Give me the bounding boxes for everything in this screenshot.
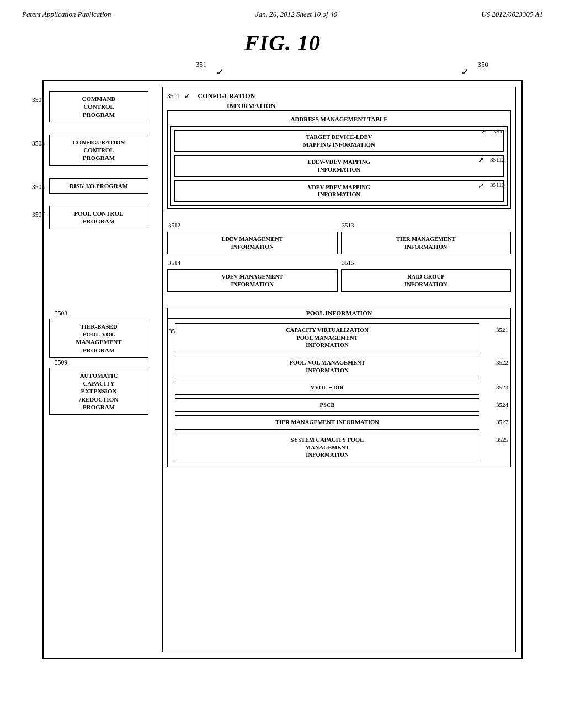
ldev-vdev-label: LDEV-VDEV MAPPING INFORMATION — [307, 159, 370, 173]
left-programs-panel: 3501 COMMAND CONTROL PROGRAM 3503 CONFIG… — [49, 91, 148, 425]
ref-351-label: 351 — [196, 60, 207, 69]
ref-35112: 35112 — [490, 156, 505, 163]
ldev-mgmt-box: LDEV MANAGEMENT INFORMATION — [167, 232, 338, 254]
pool-control-program-box: POOL CONTROL PROGRAM — [49, 206, 148, 229]
pool-tier-mgmt-label: TIER MANAGEMENT INFORMATION — [275, 419, 379, 425]
disk-io-program-box: DISK I/O PROGRAM — [49, 178, 148, 194]
ref-35111: 35111 — [493, 128, 508, 135]
capacity-virt-label: CAPACITY VIRTUALIZATION POOL MANAGEMENT … — [286, 327, 368, 348]
capacity-virt-box: CAPACITY VIRTUALIZATION POOL MANAGEMENT … — [175, 323, 479, 352]
ref-3514: 3514 — [168, 259, 180, 266]
ref-3513: 3513 — [342, 222, 354, 228]
tier-mgmt-box: TIER MANAGEMENT INFORMATION — [341, 232, 511, 254]
raid-group-label: RAID GROUP INFORMATION — [404, 274, 447, 287]
header-left: Patent Application Publication — [22, 10, 111, 19]
ref-3523: 3523 — [496, 384, 508, 390]
mgmt-row-1: 3512 LDEV MANAGEMENT INFORMATION 3513 TI… — [167, 232, 511, 254]
ref-3505: 3505 — [32, 184, 45, 190]
command-control-program-box: COMMAND CONTROL PROGRAM — [49, 91, 148, 122]
tier-mgmt-label: TIER MANAGEMENT INFORMATION — [396, 236, 456, 250]
ref-3508: 3508 — [55, 310, 67, 317]
mgmt-row-2: 3514 VDEV MANAGEMENT INFORMATION 3515 RA… — [167, 269, 511, 292]
ref-3524: 3524 — [496, 402, 508, 408]
config-info-title-line2: INFORMATION — [227, 102, 275, 110]
command-control-program-label: COMMAND CONTROL PROGRAM — [82, 95, 115, 118]
vdev-pdev-label: VDEV-PDEV MAPPING INFORMATION — [308, 184, 371, 198]
vdev-mgmt-box: VDEV MANAGEMENT INFORMATION — [167, 269, 338, 292]
vdev-mgmt-label: VDEV MANAGEMENT INFORMATION — [221, 274, 283, 287]
pscb-label: PSCB — [320, 402, 335, 408]
arrow-3511-icon: ↙ — [184, 92, 190, 100]
addr-mgmt-label: ADDRESS MANAGEMENT TABLE — [290, 116, 387, 122]
vvol-dir-box: VVOL－DIR — [175, 381, 479, 395]
page-header: Patent Application Publication Jan. 26, … — [0, 0, 565, 24]
ref-3521: 3521 — [496, 326, 508, 333]
vvol-dir-label: VVOL－DIR — [311, 384, 344, 390]
ref-3527: 3527 — [496, 419, 508, 425]
ref-3525: 3525 — [496, 436, 508, 443]
pool-tier-mgmt-box: TIER MANAGEMENT INFORMATION — [175, 415, 479, 430]
automatic-capacity-program-box: AUTOMATIC CAPACITY EXTENSION /REDUCTION … — [49, 368, 148, 415]
arrow-35112-icon: ↗ — [478, 156, 484, 164]
configuration-control-label: CONFIGURATION CONTROL PROGRAM — [72, 139, 125, 162]
ref-3503: 3503 — [32, 140, 45, 147]
pool-vol-box: POOL-VOL MANAGEMENT INFORMATION — [175, 356, 479, 377]
diagram-outer-box: 3501 COMMAND CONTROL PROGRAM 3503 CONFIG… — [42, 80, 523, 659]
ref-3511: 3511 — [167, 93, 180, 99]
raid-group-box: RAID GROUP INFORMATION — [341, 269, 511, 292]
inner-nested-box: 35111 ↗ TARGET DEVICE-LDEV MAPPING INFOR… — [170, 126, 508, 206]
ref-3512: 3512 — [168, 222, 180, 228]
system-capacity-box: SYSTEM CAPACITY POOL MANAGEMENT INFORMAT… — [175, 433, 479, 462]
config-info-title-line1: CONFIGURATION — [198, 92, 255, 100]
ref-350-label: 350 — [478, 60, 489, 69]
ref-3509: 3509 — [55, 359, 67, 366]
ref-3501: 3501 — [32, 97, 45, 103]
vdev-pdev-box: VDEV-PDEV MAPPING INFORMATION — [174, 180, 504, 202]
header-right: US 2012/0023305 A1 — [481, 10, 543, 19]
pool-control-label: POOL CONTROL PROGRAM — [74, 210, 124, 224]
pool-info-area: POOL INFORMATION 352 3521 CAPACITY VIRTU… — [167, 308, 511, 467]
arrow-350-icon: ↙ — [461, 67, 468, 77]
header-center: Jan. 26, 2012 Sheet 10 of 40 — [255, 10, 337, 19]
ref-3507: 3507 — [32, 211, 45, 218]
pool-info-header: POOL INFORMATION — [168, 308, 510, 319]
arrow-351-icon: ↙ — [216, 67, 223, 77]
ref-35113: 35113 — [490, 181, 505, 188]
ldev-mgmt-label: LDEV MANAGEMENT INFORMATION — [222, 236, 283, 250]
automatic-capacity-label: AUTOMATIC CAPACITY EXTENSION /REDUCTION … — [79, 372, 118, 410]
target-device-box: TARGET DEVICE-LDEV MAPPING INFORMATION — [174, 130, 504, 152]
arrow-35111-icon: ↗ — [481, 128, 486, 136]
address-mgmt-table-box: ADDRESS MANAGEMENT TABLE 35111 ↗ TARGET … — [167, 110, 511, 209]
pool-vol-label: POOL-VOL MANAGEMENT INFORMATION — [289, 360, 365, 373]
target-device-label: TARGET DEVICE-LDEV MAPPING INFORMATION — [303, 134, 375, 148]
tier-based-program-box: TIER-BASED POOL-VOL MANAGEMENT PROGRAM — [49, 319, 148, 358]
ref-3515: 3515 — [342, 259, 354, 266]
configuration-control-program-box: CONFIGURATION CONTROL PROGRAM — [49, 135, 148, 166]
tier-based-label: TIER-BASED POOL-VOL MANAGEMENT PROGRAM — [76, 323, 121, 354]
ldev-vdev-box: LDEV-VDEV MAPPING INFORMATION — [174, 155, 504, 176]
ref-3522: 3522 — [496, 359, 508, 366]
right-config-panel: 3511 ↙ CONFIGURATION INFORMATION ADDRESS… — [162, 87, 516, 652]
figure-title: FIG. 10 — [0, 30, 565, 56]
disk-io-label: DISK I/O PROGRAM — [70, 183, 128, 189]
system-capacity-label: SYSTEM CAPACITY POOL MANAGEMENT INFORMAT… — [291, 437, 364, 458]
arrow-35113-icon: ↗ — [478, 181, 484, 190]
pscb-box: PSCB — [175, 398, 479, 413]
